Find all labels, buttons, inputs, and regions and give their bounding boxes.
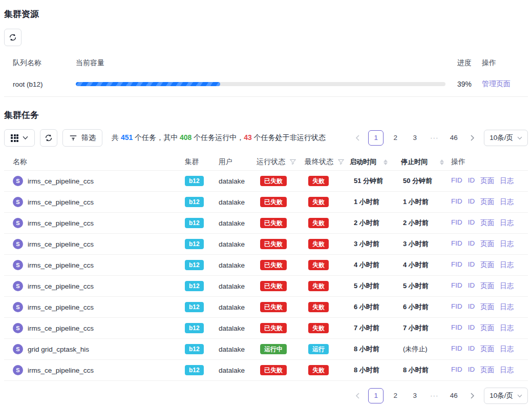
pagination-page-3[interactable]: 3 <box>407 388 422 403</box>
sort-icon[interactable] <box>384 159 388 165</box>
table-row: S irms_ce_pipeline_ccs b12 datalake 已失败 … <box>4 276 528 297</box>
task-user: datalake <box>219 282 257 290</box>
row-action-log[interactable]: 日志 <box>500 260 514 270</box>
row-action-fid[interactable]: FID <box>451 345 462 354</box>
avatar: S <box>13 323 23 333</box>
stop-time: 7 小时前 <box>401 323 451 333</box>
avatar: S <box>13 218 23 228</box>
pagination-page-1[interactable]: 1 <box>368 388 384 403</box>
row-action-page[interactable]: 页面 <box>480 366 494 375</box>
table-row: S grid grid_cptask_his b12 datalake 运行中 … <box>4 339 528 360</box>
row-action-id[interactable]: ID <box>468 239 475 249</box>
col-action: 操作 <box>482 58 528 68</box>
pagination-page-3[interactable]: 3 <box>407 130 422 146</box>
row-action-log[interactable]: 日志 <box>500 302 514 312</box>
row-action-page[interactable]: 页面 <box>480 323 494 333</box>
final-status-badge: 失败 <box>308 218 329 228</box>
row-action-id[interactable]: ID <box>468 323 475 333</box>
final-status-badge: 运行 <box>308 344 329 354</box>
row-action-fid[interactable]: FID <box>451 281 462 291</box>
row-action-fid[interactable]: FID <box>451 260 462 270</box>
next-page-icon[interactable] <box>465 130 479 146</box>
col-queue-name: 队列名称 <box>4 58 76 68</box>
col-cluster: 集群 <box>185 157 219 167</box>
row-action-log[interactable]: 日志 <box>500 218 514 228</box>
row-action-page[interactable]: 页面 <box>480 281 494 291</box>
start-time: 6 小时前 <box>350 302 401 312</box>
avatar: S <box>13 302 23 312</box>
manage-page-link[interactable]: 管理页面 <box>482 79 510 88</box>
row-action-id[interactable]: ID <box>468 218 475 228</box>
row-action-id[interactable]: ID <box>468 281 475 291</box>
row-action-id[interactable]: ID <box>468 260 475 270</box>
row-action-fid[interactable]: FID <box>451 218 462 228</box>
row-action-fid[interactable]: FID <box>451 302 462 312</box>
filter-icon <box>69 134 77 141</box>
row-action-page[interactable]: 页面 <box>480 218 494 228</box>
capacity-progress-fill <box>76 82 220 86</box>
row-action-fid[interactable]: FID <box>451 176 462 186</box>
table-row: S irms_ce_pipeline_ccs b12 datalake 已失败 … <box>4 297 528 318</box>
page-size-select[interactable]: 10条/页 <box>484 130 528 146</box>
col-operations: 操作 <box>451 157 528 167</box>
final-status-badge: 失败 <box>308 302 329 312</box>
row-action-id[interactable]: ID <box>468 366 475 375</box>
pagination-page-46[interactable]: 46 <box>446 130 461 146</box>
cluster-badge: b12 <box>185 344 204 354</box>
cluster-badge: b12 <box>185 260 204 270</box>
task-name: grid grid_cptask_his <box>28 346 89 353</box>
pagination-top: 123···46 <box>351 130 479 146</box>
pagination-ellipsis: ··· <box>427 130 442 146</box>
row-action-fid[interactable]: FID <box>451 366 462 375</box>
row-action-log[interactable]: 日志 <box>500 345 514 354</box>
page-size-select[interactable]: 10条/页 <box>484 388 528 404</box>
row-action-page[interactable]: 页面 <box>480 345 494 354</box>
row-action-log[interactable]: 日志 <box>500 197 514 207</box>
refresh-icon <box>9 33 17 42</box>
prev-page-icon[interactable] <box>351 130 364 146</box>
row-action-id[interactable]: ID <box>468 345 475 354</box>
stop-time: 5 小时前 <box>401 281 451 291</box>
row-action-fid[interactable]: FID <box>451 323 462 333</box>
start-time: 7 小时前 <box>350 323 401 333</box>
pagination-page-2[interactable]: 2 <box>388 130 403 146</box>
pagination-page-2[interactable]: 2 <box>388 388 403 403</box>
resources-refresh-button[interactable] <box>4 29 22 46</box>
pagination-page-46[interactable]: 46 <box>446 388 461 403</box>
row-action-page[interactable]: 页面 <box>480 302 494 312</box>
row-action-page[interactable]: 页面 <box>480 239 494 249</box>
row-action-page[interactable]: 页面 <box>480 197 494 207</box>
row-action-log[interactable]: 日志 <box>500 323 514 333</box>
table-row: S irms_ce_pipeline_ccs b12 datalake 已失败 … <box>4 171 528 192</box>
filter-button[interactable]: 筛选 <box>62 129 102 147</box>
row-action-page[interactable]: 页面 <box>480 176 494 186</box>
row-action-id[interactable]: ID <box>468 176 475 186</box>
prev-page-icon[interactable] <box>351 388 364 403</box>
pagination-page-1[interactable]: 1 <box>368 130 384 146</box>
stop-time: 2 小时前 <box>401 218 451 228</box>
run-status-badge: 已失败 <box>260 197 287 207</box>
avatar: S <box>13 260 23 270</box>
row-action-log[interactable]: 日志 <box>500 239 514 249</box>
row-action-id[interactable]: ID <box>468 197 475 207</box>
tasks-toolbar: 筛选 共 451 个任务，其中 408 个任务运行中，43 个任务处于非运行状态… <box>4 129 528 147</box>
row-action-id[interactable]: ID <box>468 302 475 312</box>
funnel-filter-icon[interactable] <box>290 159 296 165</box>
row-action-log[interactable]: 日志 <box>500 366 514 375</box>
row-action-fid[interactable]: FID <box>451 239 462 249</box>
funnel-filter-icon[interactable] <box>338 159 344 165</box>
running-count: 408 <box>180 133 191 141</box>
row-action-fid[interactable]: FID <box>451 197 462 207</box>
queue-name: root (b12) <box>4 80 76 88</box>
column-settings-button[interactable] <box>4 129 35 147</box>
row-action-page[interactable]: 页面 <box>480 260 494 270</box>
row-action-log[interactable]: 日志 <box>500 176 514 186</box>
row-action-log[interactable]: 日志 <box>500 281 514 291</box>
tasks-refresh-button[interactable] <box>40 129 57 147</box>
cluster-badge: b12 <box>185 176 204 186</box>
start-time: 51 分钟前 <box>350 176 401 186</box>
tasks-title: 集群任务 <box>4 109 528 121</box>
final-status-badge: 失败 <box>308 365 329 375</box>
sort-icon[interactable] <box>440 159 444 165</box>
next-page-icon[interactable] <box>465 388 479 403</box>
